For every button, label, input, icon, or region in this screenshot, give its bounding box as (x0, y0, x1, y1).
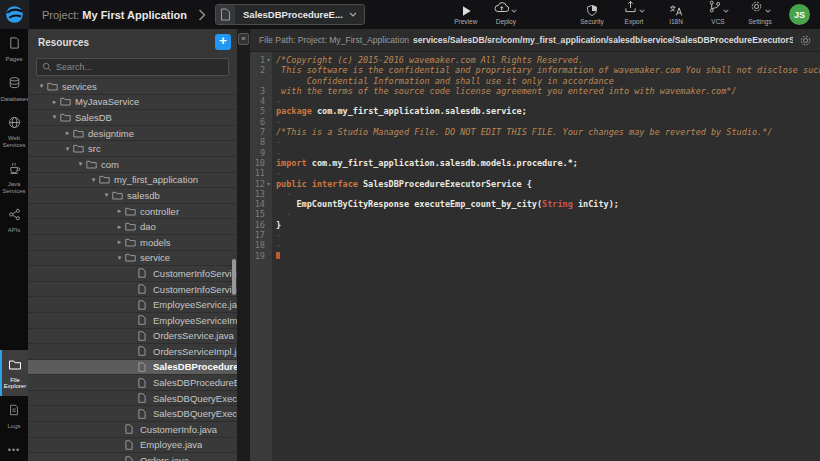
tree-node-label: src (88, 143, 101, 154)
file-icon (138, 378, 153, 388)
tree-node-label: EmployeeServiceImpl.java (153, 315, 237, 326)
tree-folder-row[interactable]: ▾service (28, 251, 237, 267)
file-icon (125, 424, 140, 434)
sidebar-item-logs[interactable]: Logs (0, 396, 28, 436)
caret-down-icon[interactable]: ▾ (62, 145, 73, 153)
caret-right-icon[interactable]: ▸ (62, 129, 73, 137)
line-number: 9 (250, 148, 272, 158)
folder-icon (73, 144, 88, 153)
tree-file-row[interactable]: SalesDBProcedureExecutorService.java (28, 360, 237, 376)
preview-button[interactable]: Preview (453, 4, 479, 25)
caret-right-icon[interactable]: ▸ (114, 207, 125, 215)
folder-icon (125, 207, 140, 216)
code-line: 4- (250, 96, 820, 106)
left-icon-rail: PagesDatabasesWeb ServicesJava ServicesA… (0, 29, 28, 461)
tree-file-row[interactable]: CustomerInfoService.java (28, 266, 237, 282)
sidebar-item-apis[interactable]: APIs (0, 200, 28, 240)
resource-search[interactable] (36, 58, 229, 76)
tree-file-row[interactable]: OrdersService.java (28, 329, 237, 345)
caret-down-icon[interactable]: ▾ (36, 82, 47, 90)
caret-down-icon[interactable]: ▾ (101, 191, 112, 199)
sidebar-item-pages[interactable]: Pages (0, 29, 28, 69)
chevron-down-icon[interactable] (349, 12, 364, 17)
project-name: My First Application (82, 9, 187, 21)
add-resource-button[interactable]: + (215, 34, 231, 50)
caret-down-icon[interactable]: ▾ (49, 113, 60, 121)
folder-icon (60, 97, 75, 106)
globe-icon (8, 115, 21, 133)
tree-node-label: services (62, 81, 97, 92)
sidebar-item-java-services[interactable]: Java Services (0, 154, 28, 200)
file-icon (216, 5, 235, 24)
tree-folder-row[interactable]: ▾my_first_application (28, 173, 237, 189)
tree-node-label: SalesDB (75, 112, 112, 123)
file-icon (138, 315, 153, 325)
tree-file-row[interactable]: EmployeeServiceImpl.java (28, 313, 237, 329)
tree-file-row[interactable]: CustomerInfo.java (28, 422, 237, 438)
api-icon (8, 207, 21, 225)
user-avatar[interactable]: JS (789, 4, 810, 25)
tree-file-row[interactable]: OrdersServiceImpl.java (28, 344, 237, 360)
fold-caret-icon[interactable]: ▾ (265, 179, 272, 189)
caret-right-icon[interactable]: ▸ (49, 98, 60, 106)
caret-down-icon[interactable]: ▾ (114, 254, 125, 262)
tree-folder-row[interactable]: ▾services (28, 79, 237, 95)
tree-folder-row[interactable]: ▾src (28, 141, 237, 157)
caret-down-icon[interactable]: ▾ (88, 176, 99, 184)
collapse-panel-button[interactable]: « (238, 33, 249, 45)
sidebar-item-file-explorer[interactable]: File Explorer (0, 350, 28, 396)
play-icon (460, 4, 472, 17)
top-bar: Project:My First Application SalesDBProc… (0, 0, 820, 29)
wavemaker-logo-icon[interactable] (0, 0, 29, 29)
export-button[interactable]: Export (621, 4, 647, 25)
tree-folder-row[interactable]: ▸models (28, 235, 237, 251)
tree-node-label: my_first_application (114, 174, 198, 185)
tree-node-label: CustomerInfoService.java (153, 268, 237, 279)
sidebar-item-databases[interactable]: Databases (0, 69, 28, 109)
deploy-button[interactable]: Deploy (493, 4, 519, 25)
file-tree: ▾services▸MyJavaService▾SalesDB▸designti… (28, 79, 237, 461)
cloud-upload-icon (494, 0, 509, 17)
code-editing-surface[interactable]: 1▾/*Copyright (c) 2015-2016 wavemaker.co… (250, 52, 820, 461)
caret-right-icon[interactable]: ▸ (114, 223, 125, 231)
code-line: 13 - (250, 189, 820, 199)
tree-folder-row[interactable]: ▾com (28, 157, 237, 173)
vcs-button[interactable]: VCS (705, 4, 731, 25)
line-number: 5 (250, 106, 272, 116)
search-icon (42, 58, 52, 76)
security-button[interactable]: Security (579, 4, 605, 25)
tree-file-row[interactable]: Employee.java (28, 438, 237, 454)
tree-node-label: EmployeeService.java (153, 299, 237, 310)
tree-folder-row[interactable]: ▾SalesDB (28, 110, 237, 126)
file-icon (138, 362, 153, 372)
tree-file-row[interactable]: SalesDBQueryExecutorServiceImpl.java (28, 406, 237, 422)
sidebar-item-web-services[interactable]: Web Services (0, 108, 28, 154)
search-input[interactable] (56, 62, 223, 72)
i18n-button[interactable]: I18N (663, 4, 689, 25)
sidebar-more-button[interactable]: ••• (0, 435, 28, 461)
tree-scrollbar-thumb[interactable] (232, 259, 236, 295)
tree-folder-row[interactable]: ▸dao (28, 219, 237, 235)
tree-folder-row[interactable]: ▸controller (28, 204, 237, 220)
tree-file-row[interactable]: SalesDBProcedureExecutorServiceImpl.java (28, 375, 237, 391)
tree-folder-row[interactable]: ▸designtime (28, 126, 237, 142)
code-line: 3 with the terms of the source code lice… (250, 86, 820, 96)
tree-file-row[interactable]: CustomerInfoServiceImpl.java (28, 282, 237, 298)
tree-folder-row[interactable]: ▾salesdb (28, 188, 237, 204)
editor-settings-gear-icon[interactable] (799, 34, 812, 47)
tree-folder-row[interactable]: ▸MyJavaService (28, 95, 237, 111)
tree-file-row[interactable]: SalesDBQueryExecutorService.java (28, 391, 237, 407)
caret-down-icon[interactable]: ▾ (75, 160, 86, 168)
caret-right-icon[interactable]: ▸ (114, 238, 125, 246)
file-icon (138, 284, 153, 294)
fold-caret-icon[interactable]: ▾ (265, 55, 272, 65)
tree-file-row[interactable]: EmployeeService.java (28, 297, 237, 313)
code-line: 11- (250, 168, 820, 178)
tree-node-label: Orders.java (140, 455, 189, 461)
chevron-down-icon (639, 0, 645, 17)
open-file-tab[interactable]: SalesDBProcedureE... (215, 4, 365, 25)
file-path-bar: File Path: Project: My_First_Application… (250, 29, 820, 52)
tree-file-row[interactable]: Orders.java (28, 453, 237, 461)
code-line: 1▾/*Copyright (c) 2015-2016 wavemaker.co… (250, 55, 820, 65)
settings-button[interactable]: Settings (747, 4, 773, 25)
